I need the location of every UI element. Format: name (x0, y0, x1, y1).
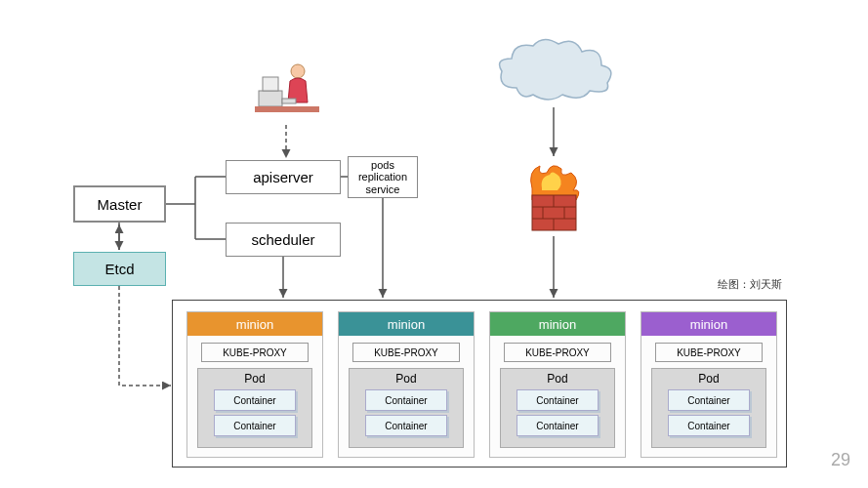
minion-box: minionKUBE-PROXYPodContainerContainer (186, 311, 323, 458)
minion-header: minion (490, 312, 625, 336)
minion-box: minionKUBE-PROXYPodContainerContainer (641, 311, 777, 458)
firewall-icon (522, 161, 586, 234)
scheduler-box: scheduler (226, 223, 341, 257)
minion-box: minionKUBE-PROXYPodContainerContainer (338, 311, 475, 458)
minion-header: minion (641, 312, 776, 336)
svg-rect-16 (282, 99, 296, 103)
pod-label: Pod (501, 372, 614, 386)
page-number: 29 (831, 450, 850, 470)
user-icon (253, 54, 321, 122)
pod-label: Pod (198, 372, 311, 386)
pod-label: Pod (652, 372, 765, 386)
svg-rect-13 (263, 77, 278, 91)
pod-label: Pod (350, 372, 463, 386)
pod-box: PodContainerContainer (500, 368, 615, 448)
pods-replication-service-box: pods replication service (348, 156, 418, 198)
container-box: Container (365, 389, 447, 411)
container-box: Container (668, 389, 750, 411)
container-box: Container (517, 389, 599, 411)
kube-proxy-box: KUBE-PROXY (201, 343, 309, 362)
pods-line1: pods (371, 159, 394, 171)
container-box: Container (668, 415, 750, 436)
svg-rect-14 (255, 106, 319, 112)
minion-box: minionKUBE-PROXYPodContainerContainer (489, 311, 626, 458)
minion-header: minion (339, 312, 474, 336)
kube-proxy-box: KUBE-PROXY (655, 343, 763, 362)
credit-text: 绘图：刘天斯 (718, 277, 782, 292)
pods-line3: service (366, 183, 400, 195)
cloud-icon (492, 34, 619, 107)
pod-box: PodContainerContainer (197, 368, 312, 448)
etcd-box: Etcd (73, 252, 166, 286)
apiserver-box: apiserver (226, 160, 341, 194)
svg-rect-12 (259, 91, 282, 106)
pod-box: PodContainerContainer (651, 368, 766, 448)
svg-point-15 (291, 64, 305, 78)
container-box: Container (214, 415, 296, 436)
kube-proxy-box: KUBE-PROXY (352, 343, 460, 362)
pods-line2: replication (358, 171, 407, 183)
master-box: Master (73, 185, 166, 223)
minion-header: minion (187, 312, 322, 336)
container-box: Container (517, 415, 599, 436)
pod-box: PodContainerContainer (349, 368, 464, 448)
container-box: Container (214, 389, 296, 411)
container-box: Container (365, 415, 447, 436)
kube-proxy-box: KUBE-PROXY (504, 343, 611, 362)
